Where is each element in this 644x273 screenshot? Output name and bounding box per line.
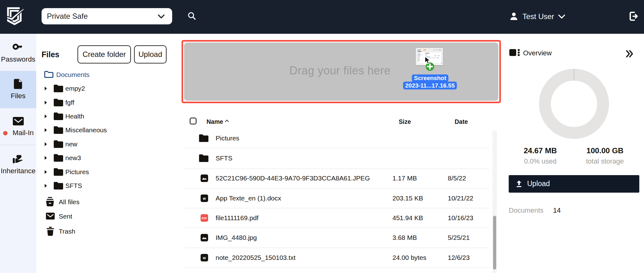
svg-text:PDF: PDF: [202, 217, 207, 220]
svg-text:w: w: [202, 196, 206, 200]
svg-text:w: w: [202, 255, 206, 260]
